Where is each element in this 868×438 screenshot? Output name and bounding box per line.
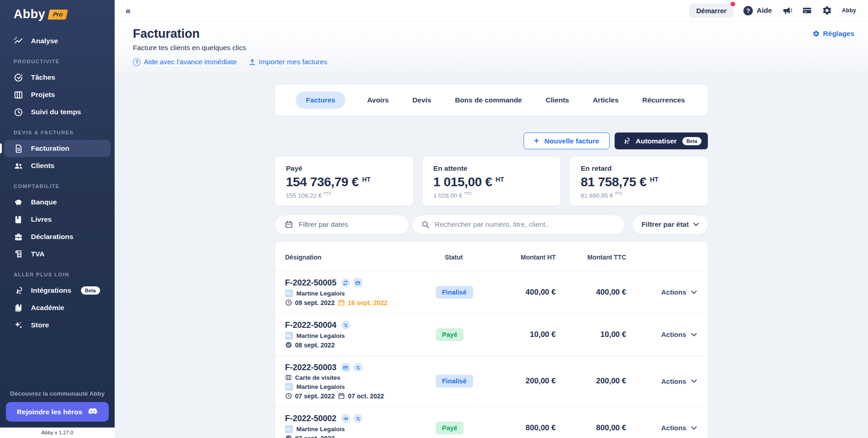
sidebar-item-store[interactable]: Store	[0, 316, 115, 334]
integration-plug-icon	[622, 137, 631, 145]
status-badge: Payé	[436, 328, 464, 341]
stat-value-ttc: 155 108,22 € TTC	[286, 191, 402, 199]
section-productivite: Productivité	[0, 50, 115, 69]
chevron-down-icon	[691, 426, 697, 430]
stat-value-ht: 154 736,79 € HT	[286, 175, 402, 189]
table-row[interactable]: F-2022-50003	[275, 356, 708, 407]
gear-icon[interactable]	[822, 5, 832, 15]
collapse-sidebar-icon[interactable]: «	[123, 4, 133, 17]
abby-mini-logo[interactable]: Abby	[842, 7, 856, 14]
sidebar-item-label: Livres	[31, 215, 52, 224]
megaphone-icon[interactable]	[782, 5, 792, 15]
invoice-icon	[14, 144, 23, 153]
table-row[interactable]: F-2022-50005 ML	[275, 271, 708, 313]
invoice-number[interactable]: F-2022-50004	[285, 321, 337, 330]
demarrer-label: Démarrer	[696, 7, 727, 15]
invoice-client: ML Martine Legalois	[285, 332, 436, 340]
sidebar-item-declarations[interactable]: Déclarations	[0, 228, 115, 245]
new-invoice-button[interactable]: + Nouvelle facture	[524, 132, 610, 149]
demarrer-button[interactable]: Démarrer	[689, 4, 733, 18]
client-name: Martine Legalois	[297, 383, 345, 390]
amount-ttc: 10,00 €	[556, 330, 626, 339]
join-heroes-button[interactable]: Rejoindre les héros	[6, 402, 109, 422]
invoice-project: Carte de visites	[285, 374, 436, 381]
sidebar-item-clients[interactable]: Clients	[0, 157, 115, 174]
tab-recurrences[interactable]: Récurrences	[641, 92, 687, 109]
aide-button[interactable]: ? Aide	[743, 6, 772, 15]
sidebar-item-academie[interactable]: Académie	[0, 299, 115, 316]
avance-immediate-icon	[353, 363, 363, 372]
app-version: Abby v 1.27.0	[0, 428, 115, 438]
card-payment-icon	[341, 363, 350, 372]
upload-icon	[249, 59, 256, 66]
status-badge: Finalisé	[436, 286, 473, 299]
sidebar-item-integrations[interactable]: Intégrations Beta	[0, 282, 115, 299]
sidebar-item-analyse[interactable]: Analyse	[0, 32, 115, 50]
tab-bons-de-commande[interactable]: Bons de commande	[453, 92, 524, 109]
client-avatar: ML	[285, 332, 293, 340]
automate-button[interactable]: Automatiser Beta	[615, 132, 707, 149]
invoices-table: Désignation Statut Montant HT Montant TT…	[275, 242, 708, 438]
sidebar-item-tva[interactable]: TVA	[0, 245, 115, 263]
search-box	[413, 215, 624, 234]
sidebar-item-banque[interactable]: Banque	[0, 194, 115, 211]
sidebar-item-facturation[interactable]: Facturation	[4, 140, 111, 157]
content: Factures Avoirs Devis Bons de commande C…	[115, 77, 868, 438]
automate-label: Automatiser	[636, 137, 676, 145]
app-logo[interactable]: Abby Pro	[0, 0, 115, 26]
stat-value-ttc: 1 028,00 € TTC	[434, 191, 550, 199]
stat-card-paye: Payé 154 736,79 € HT 155 108,22 € TTC	[275, 157, 413, 206]
sidebar-item-suivi-du-temps[interactable]: Suivi du temps	[0, 103, 115, 121]
chevron-down-icon	[691, 290, 697, 294]
status-filter-label: Filtrer par état	[641, 220, 689, 229]
sidebar-item-taches[interactable]: Tâches	[0, 69, 115, 86]
col-montant-ttc: Montant TTC	[556, 254, 626, 261]
tab-factures[interactable]: Factures	[296, 92, 345, 109]
date-filter-button[interactable]: Filtrer par dates	[275, 215, 409, 234]
discord-icon	[88, 408, 98, 416]
sidebar-item-label: Clients	[31, 162, 55, 170]
sidebar-nav: Analyse Productivité Tâches Projets Suiv…	[0, 26, 115, 334]
actions-dropdown[interactable]: Actions	[626, 288, 698, 296]
tab-articles[interactable]: Articles	[591, 92, 621, 109]
import-invoices-link[interactable]: Importer mes factures	[249, 58, 328, 66]
tab-avoirs[interactable]: Avoirs	[365, 92, 391, 109]
actions-dropdown[interactable]: Actions	[626, 377, 698, 385]
status-filter-button[interactable]: Filtrer par état	[633, 215, 708, 234]
sidebar-item-label: Tâches	[31, 73, 55, 81]
actions-label: Actions	[661, 288, 686, 296]
table-header-row: Désignation Statut Montant HT Montant TT…	[275, 244, 708, 271]
stat-card-en-retard: En retard 81 758,75 € HT 81 890,95 € TTC	[570, 157, 708, 206]
actions-dropdown[interactable]: Actions	[626, 331, 698, 338]
sidebar-item-label: Banque	[31, 198, 57, 206]
notification-dot	[731, 2, 735, 6]
project-name: Carte de visites	[295, 374, 341, 381]
table-row[interactable]: F-2022-50002 ML	[275, 407, 708, 438]
invoice-number[interactable]: F-2022-50003	[285, 363, 337, 372]
tab-devis[interactable]: Devis	[411, 92, 433, 109]
invoice-dates: 08 sept. 2022	[285, 341, 436, 349]
stat-value-ttc: 81 890,95 € TTC	[581, 191, 697, 199]
invoice-number[interactable]: F-2022-50005	[285, 278, 337, 288]
card-payment-icon	[353, 278, 363, 287]
client-name: Martine Legalois	[297, 290, 345, 297]
aide-avance-label: Aide avec l'avance immédiate	[144, 58, 237, 66]
pro-badge: Pro	[47, 10, 67, 20]
invoice-number[interactable]: F-2022-50002	[285, 414, 337, 423]
integration-plug-icon	[14, 286, 23, 295]
invoice-designation: F-2022-50004 ML Martine Legalois	[285, 321, 436, 349]
actions-dropdown[interactable]: Actions	[626, 424, 698, 432]
table-row[interactable]: F-2022-50004 ML Martine Legalois	[275, 313, 708, 356]
reglages-link[interactable]: Réglages	[812, 27, 854, 38]
aide-avance-link[interactable]: ? Aide avec l'avance immédiate	[133, 58, 237, 66]
amount-ht: 200,00 €	[504, 377, 556, 386]
columns-icon	[14, 90, 23, 100]
sidebar-item-projets[interactable]: Projets	[0, 86, 115, 103]
clock-icon	[14, 107, 23, 117]
search-input[interactable]	[435, 220, 616, 229]
tabs-bar: Factures Avoirs Devis Bons de commande C…	[275, 85, 708, 116]
main-area: « Démarrer ? Aide Abby Facturation	[115, 0, 868, 438]
terminal-window-icon[interactable]	[802, 5, 812, 15]
sidebar-item-livres[interactable]: Livres	[0, 211, 115, 228]
tab-clients[interactable]: Clients	[544, 92, 571, 109]
